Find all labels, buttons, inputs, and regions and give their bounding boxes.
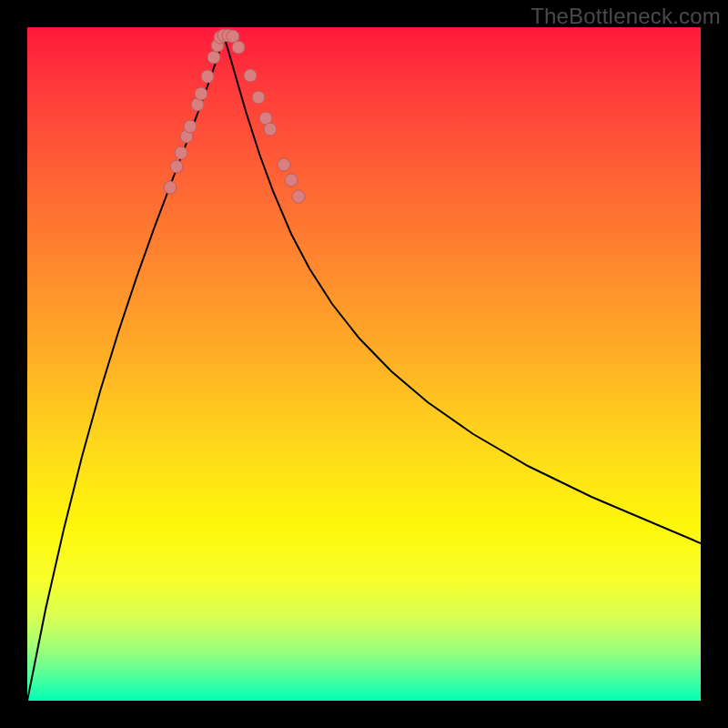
watermark-text: TheBottleneck.com [531, 4, 721, 29]
data-marker [292, 190, 305, 203]
data-marker [252, 91, 265, 104]
data-marker [195, 87, 207, 100]
data-marker [244, 69, 257, 82]
data-marker [184, 120, 197, 133]
chart-frame: TheBottleneck.com [0, 0, 728, 728]
data-marker [264, 123, 277, 136]
data-marker [285, 174, 298, 187]
data-marker [164, 181, 177, 194]
data-marker [207, 51, 220, 64]
data-marker [170, 160, 183, 173]
data-marker [232, 41, 245, 54]
curve-left-branch [27, 35, 224, 701]
marker-group [164, 29, 305, 203]
plot-area [27, 27, 701, 701]
data-marker [201, 70, 214, 83]
data-marker [175, 147, 187, 159]
curve-right-branch [224, 35, 701, 543]
data-marker [278, 158, 290, 171]
curve-layer [27, 27, 701, 701]
